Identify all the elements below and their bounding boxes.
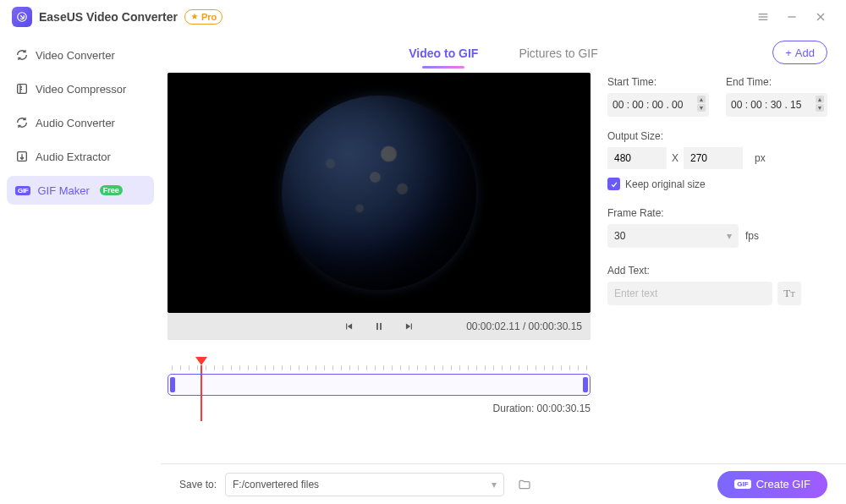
free-badge: Free: [100, 185, 123, 195]
app-logo: [12, 7, 32, 27]
minimize-icon[interactable]: [782, 7, 802, 27]
end-time-input[interactable]: 00 : 00 : 30 . 15 ▲▼: [726, 93, 827, 117]
size-unit: px: [755, 152, 766, 164]
duration-readout: Duration: 00:00:30.15: [168, 403, 591, 414]
close-icon[interactable]: [810, 7, 831, 27]
playhead[interactable]: [195, 357, 207, 365]
timeline: Duration: 00:00:30.15: [168, 360, 591, 414]
add-text-label: Add Text:: [607, 265, 827, 277]
trim-handle-left[interactable]: [170, 377, 175, 392]
sidebar-item-label: Audio Extractor: [36, 151, 111, 163]
sidebar: Video Converter Video Compressor Audio C…: [0, 34, 161, 504]
sidebar-item-audio-converter[interactable]: Audio Converter: [7, 108, 154, 137]
save-path-dropdown[interactable]: F:/convertered files ▾: [225, 473, 504, 496]
tabbar: Video to GIF Pictures to GIF + Add: [161, 34, 846, 73]
gif-icon: GIF: [15, 186, 30, 195]
next-button[interactable]: [402, 319, 417, 334]
frame-rate-label: Frame Rate:: [607, 207, 827, 219]
start-time-input[interactable]: 00 : 00 : 00 . 00 ▲▼: [607, 93, 709, 117]
add-text-input[interactable]: [607, 282, 772, 305]
menu-icon[interactable]: [753, 7, 773, 27]
trim-handle-right[interactable]: [583, 377, 588, 392]
footer: Save to: F:/convertered files ▾ GIF Crea…: [161, 463, 846, 504]
tab-video-to-gif[interactable]: Video to GIF: [409, 41, 478, 65]
sidebar-item-audio-extractor[interactable]: Audio Extractor: [7, 142, 154, 171]
output-height-input[interactable]: [684, 147, 743, 169]
sidebar-item-label: GIF Maker: [37, 184, 89, 197]
svg-rect-9: [376, 323, 378, 330]
output-width-input[interactable]: [607, 147, 667, 169]
extract-icon: [15, 150, 29, 163]
app-title: EaseUS Video Converter: [39, 10, 178, 24]
tab-pictures-to-gif[interactable]: Pictures to GIF: [519, 41, 597, 65]
player-controls: 00:00:02.11 / 00:00:30.15: [168, 313, 591, 340]
pro-badge: Pro: [184, 9, 222, 25]
titlebar: EaseUS Video Converter Pro: [0, 0, 846, 34]
end-time-label: End Time:: [726, 76, 827, 88]
compress-icon: [15, 82, 29, 96]
keep-original-label: Keep original size: [625, 178, 706, 190]
video-preview[interactable]: [168, 73, 591, 313]
refresh-icon: [15, 116, 29, 129]
text-icon: TT: [783, 287, 794, 300]
end-time-spinner[interactable]: ▲▼: [816, 96, 824, 112]
browse-folder-button[interactable]: [513, 473, 536, 496]
sidebar-item-video-converter[interactable]: Video Converter: [7, 41, 154, 69]
chevron-down-icon: ▾: [727, 230, 732, 242]
gif-icon: GIF: [734, 479, 750, 489]
start-time-label: Start Time:: [607, 76, 709, 88]
sidebar-item-label: Audio Converter: [36, 117, 115, 129]
text-style-button[interactable]: TT: [777, 282, 801, 305]
frame-rate-dropdown[interactable]: 30 ▾: [607, 224, 739, 248]
pause-button[interactable]: [371, 319, 387, 334]
plus-icon: +: [785, 47, 792, 59]
svg-rect-10: [380, 323, 382, 330]
sidebar-item-gif-maker[interactable]: GIF GIF Maker Free: [7, 176, 154, 205]
player-time: 00:00:02.11 / 00:00:30.15: [466, 320, 582, 332]
trim-range[interactable]: [168, 374, 591, 396]
video-frame-earth: [282, 96, 476, 290]
save-to-label: Save to:: [179, 479, 217, 490]
settings-panel: Start Time: 00 : 00 : 00 . 00 ▲▼ End Tim…: [607, 73, 827, 463]
size-separator: X: [672, 152, 678, 164]
prev-button[interactable]: [341, 319, 356, 334]
frame-rate-unit: fps: [745, 230, 759, 242]
sidebar-item-video-compressor[interactable]: Video Compressor: [7, 74, 154, 103]
refresh-icon: [15, 48, 29, 62]
add-button[interactable]: + Add: [772, 41, 827, 64]
sidebar-item-label: Video Converter: [36, 49, 115, 62]
start-time-spinner[interactable]: ▲▼: [697, 96, 706, 112]
output-size-label: Output Size:: [607, 130, 827, 142]
keep-original-checkbox[interactable]: [607, 178, 620, 190]
create-gif-button[interactable]: GIF Create GIF: [717, 471, 827, 498]
sidebar-item-label: Video Compressor: [36, 83, 126, 96]
timeline-ruler[interactable]: [168, 360, 591, 370]
chevron-down-icon: ▾: [492, 479, 497, 490]
